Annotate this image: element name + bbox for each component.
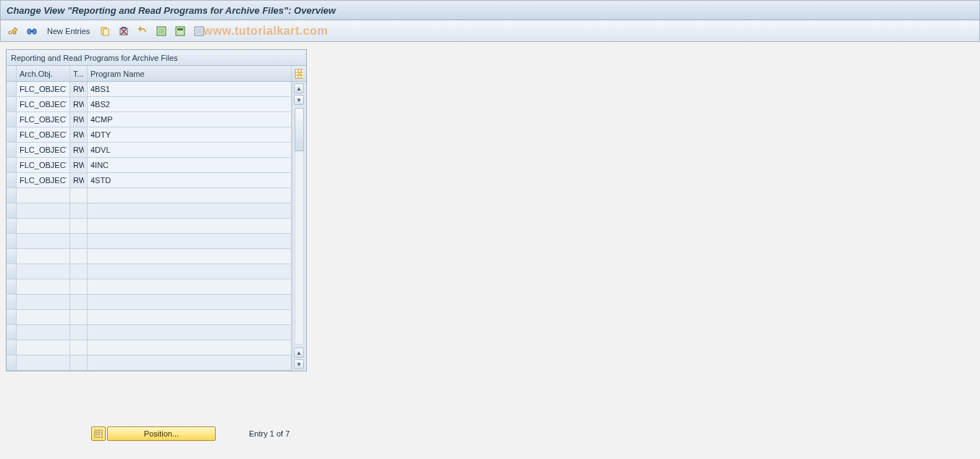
cell-type[interactable] <box>70 340 88 355</box>
cell-program[interactable] <box>88 219 292 233</box>
arch-obj-input[interactable] <box>20 115 67 124</box>
undo-button[interactable] <box>135 23 151 39</box>
arch-obj-input[interactable] <box>20 130 67 139</box>
cell-program[interactable] <box>88 112 292 127</box>
type-input[interactable] <box>73 130 84 139</box>
cell-arch-obj[interactable] <box>17 97 70 111</box>
cell-arch-obj[interactable] <box>17 234 70 248</box>
cell-type[interactable] <box>70 158 88 172</box>
arch-obj-input[interactable] <box>20 161 67 169</box>
row-selector[interactable] <box>7 295 17 309</box>
cell-program[interactable] <box>88 234 292 248</box>
row-selector[interactable] <box>7 340 17 355</box>
cell-arch-obj[interactable] <box>17 158 70 172</box>
program-input[interactable] <box>90 115 288 124</box>
cell-type[interactable] <box>70 173 88 188</box>
scroll-line-down-icon[interactable]: ▼ <box>294 95 304 105</box>
row-selector[interactable] <box>7 82 17 96</box>
row-selector[interactable] <box>7 127 17 142</box>
column-header-type[interactable]: T... <box>70 66 88 81</box>
cell-program[interactable] <box>88 127 292 142</box>
program-input[interactable] <box>90 146 288 154</box>
toggle-display-change-button[interactable] <box>5 23 21 39</box>
row-selector[interactable] <box>7 310 17 324</box>
cell-arch-obj[interactable] <box>17 219 70 233</box>
cell-type[interactable] <box>70 203 88 218</box>
program-input[interactable] <box>90 176 288 185</box>
column-header-selector[interactable] <box>7 66 17 81</box>
cell-arch-obj[interactable] <box>17 82 70 96</box>
cell-arch-obj[interactable] <box>17 188 70 203</box>
program-input[interactable] <box>90 130 288 139</box>
cell-arch-obj[interactable] <box>17 295 70 309</box>
cell-type[interactable] <box>70 97 88 111</box>
cell-program[interactable] <box>88 97 292 111</box>
cell-program[interactable] <box>88 310 292 324</box>
cell-program[interactable] <box>88 143 292 157</box>
cell-type[interactable] <box>70 355 88 370</box>
type-input[interactable] <box>73 161 84 169</box>
copy-as-button[interactable] <box>97 23 113 39</box>
row-selector[interactable] <box>7 264 17 279</box>
cell-program[interactable] <box>88 82 292 96</box>
row-selector[interactable] <box>7 97 17 111</box>
row-selector[interactable] <box>7 173 17 188</box>
cell-program[interactable] <box>88 295 292 309</box>
find-button[interactable] <box>24 23 40 39</box>
row-selector[interactable] <box>7 355 17 370</box>
cell-arch-obj[interactable] <box>17 112 70 127</box>
cell-program[interactable] <box>88 203 292 218</box>
cell-arch-obj[interactable] <box>17 355 70 370</box>
arch-obj-input[interactable] <box>20 146 67 154</box>
type-input[interactable] <box>73 146 84 154</box>
select-block-button[interactable] <box>172 23 188 39</box>
cell-program[interactable] <box>88 340 292 355</box>
scroll-line-up-icon[interactable]: ▲ <box>294 348 304 358</box>
cell-arch-obj[interactable] <box>17 173 70 188</box>
select-all-button[interactable] <box>153 23 169 39</box>
row-selector[interactable] <box>7 143 17 157</box>
row-selector[interactable] <box>7 279 17 294</box>
position-button[interactable]: Position... <box>107 426 216 441</box>
row-selector[interactable] <box>7 249 17 264</box>
column-header-program-name[interactable]: Program Name <box>88 66 292 81</box>
cell-type[interactable] <box>70 325 88 340</box>
cell-type[interactable] <box>70 112 88 127</box>
column-header-arch-obj[interactable]: Arch.Obj. <box>17 66 70 81</box>
cell-type[interactable] <box>70 127 88 142</box>
cell-arch-obj[interactable] <box>17 340 70 355</box>
cell-arch-obj[interactable] <box>17 279 70 294</box>
cell-program[interactable] <box>88 249 292 264</box>
row-selector[interactable] <box>7 158 17 172</box>
cell-arch-obj[interactable] <box>17 325 70 340</box>
cell-arch-obj[interactable] <box>17 127 70 142</box>
cell-type[interactable] <box>70 188 88 203</box>
table-settings-button[interactable] <box>292 66 306 81</box>
cell-program[interactable] <box>88 279 292 294</box>
type-input[interactable] <box>73 115 84 124</box>
cell-type[interactable] <box>70 295 88 309</box>
scroll-down-icon[interactable]: ▼ <box>294 359 304 369</box>
cell-program[interactable] <box>88 188 292 203</box>
delete-button[interactable] <box>116 23 132 39</box>
cell-arch-obj[interactable] <box>17 249 70 264</box>
scroll-thumb[interactable] <box>295 108 304 151</box>
new-entries-button[interactable]: New Entries <box>43 23 94 39</box>
scroll-up-icon[interactable]: ▲ <box>294 83 304 93</box>
arch-obj-input[interactable] <box>20 85 67 93</box>
cell-arch-obj[interactable] <box>17 264 70 279</box>
type-input[interactable] <box>73 85 84 93</box>
row-selector[interactable] <box>7 112 17 127</box>
row-selector[interactable] <box>7 219 17 233</box>
row-selector[interactable] <box>7 203 17 218</box>
deselect-all-button[interactable] <box>191 23 207 39</box>
program-input[interactable] <box>90 161 288 169</box>
cell-arch-obj[interactable] <box>17 310 70 324</box>
cell-program[interactable] <box>88 158 292 172</box>
cell-program[interactable] <box>88 173 292 188</box>
row-selector[interactable] <box>7 188 17 203</box>
cell-type[interactable] <box>70 264 88 279</box>
cell-type[interactable] <box>70 279 88 294</box>
cell-type[interactable] <box>70 234 88 248</box>
cell-type[interactable] <box>70 82 88 96</box>
